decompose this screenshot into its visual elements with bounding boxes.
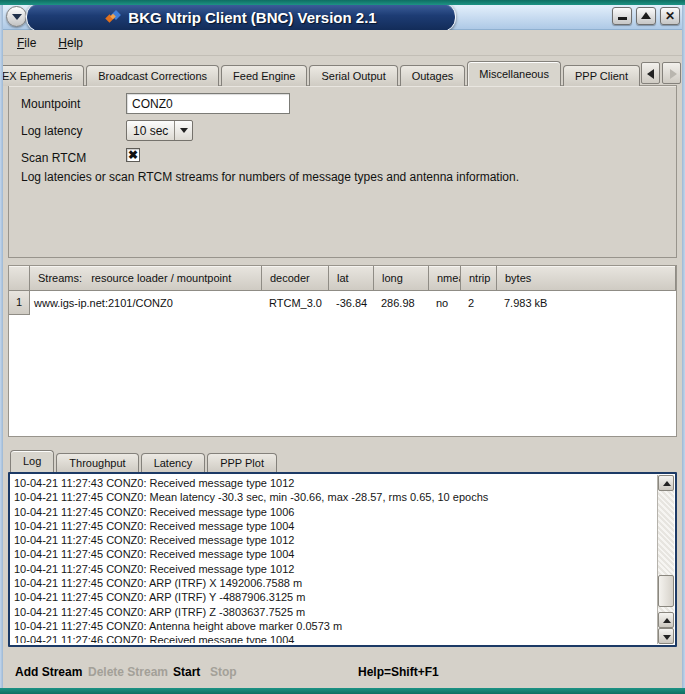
log-line: 10-04-21 11:27:45 CONZ0: Received messag… <box>14 562 655 576</box>
arrow-left-icon <box>647 69 654 79</box>
cell-mountpoint: www.igs-ip.net:2101/CONZ0 <box>30 291 262 315</box>
log-line: 10-04-21 11:27:43 CONZ0: Received messag… <box>14 476 655 490</box>
header-decoder[interactable]: decoder <box>262 266 329 291</box>
tab-scroll-left-button[interactable] <box>641 62 660 84</box>
app-icon <box>105 9 121 25</box>
mountpoint-input[interactable] <box>126 93 290 114</box>
log-tab-bar: Log Throughput Latency PPP Plot <box>10 450 279 472</box>
log-line: 10-04-21 11:27:45 CONZ0: Received messag… <box>14 533 655 547</box>
log-line: 10-04-21 11:27:45 CONZ0: Received messag… <box>14 519 655 533</box>
start-button[interactable]: Start <box>173 665 200 679</box>
scan-rtcm-label: Scan RTCM <box>21 151 86 165</box>
window-title: BKG Ntrip Client (BNC) Version 2.1 <box>128 9 376 26</box>
scroll-down-button[interactable] <box>658 628 674 644</box>
streams-table-header: Streams: resource loader / mountpoint de… <box>9 266 676 291</box>
log-line: 10-04-21 11:27:45 CONZ0: ARP (ITRF) Y -4… <box>14 590 655 604</box>
maximize-icon <box>641 12 651 19</box>
log-latency-select[interactable]: 10 sec <box>126 120 193 141</box>
tab-serial-output[interactable]: Serial Output <box>309 65 397 86</box>
log-output[interactable]: 10-04-21 11:27:43 CONZ0: Received messag… <box>8 472 677 647</box>
chevron-down-icon <box>180 128 188 133</box>
tab-scroll-right-button[interactable] <box>662 62 681 84</box>
cell-bytes: 7.983 kB <box>497 291 676 315</box>
log-latency-label: Log latency <box>21 124 82 138</box>
tab-ppp-plot[interactable]: PPP Plot <box>207 453 277 472</box>
close-icon: ✕ <box>661 9 679 24</box>
corner-header-cell <box>9 266 30 291</box>
scroll-up-button[interactable] <box>658 475 674 491</box>
vertical-scrollbar[interactable] <box>657 475 674 644</box>
titlebar[interactable]: BKG Ntrip Client (BNC) Version 2.1 ✕ <box>0 5 685 30</box>
tab-broadcast-corrections[interactable]: Broadcast Corrections <box>86 65 219 86</box>
log-line: 10-04-21 11:27:45 CONZ0: Antenna height … <box>14 619 655 633</box>
header-nmea[interactable]: nmea <box>429 266 461 291</box>
arrow-up-icon <box>663 481 671 486</box>
cell-nmea: no <box>429 291 461 315</box>
scroll-up-button-bottom[interactable] <box>658 612 674 628</box>
checkmark-icon: ✖ <box>128 148 138 162</box>
tab-feed-engine[interactable]: Feed Engine <box>221 65 307 86</box>
log-lines: 10-04-21 11:27:43 CONZ0: Received messag… <box>14 476 655 643</box>
mountpoint-label: Mountpoint <box>21 97 80 111</box>
minimize-button[interactable] <box>612 7 632 25</box>
main-tab-bar: NEX Ephemeris Broadcast Corrections Feed… <box>0 61 640 86</box>
add-stream-button[interactable]: Add Stream <box>15 665 82 679</box>
header-ntrip[interactable]: ntrip <box>461 266 497 291</box>
log-line: 10-04-21 11:27:46 CONZ0: Received messag… <box>14 633 655 643</box>
header-long[interactable]: long <box>374 266 429 291</box>
maximize-button[interactable] <box>636 7 656 25</box>
action-bar: Add Stream Delete Stream Start Stop Help… <box>0 660 685 686</box>
cell-decoder: RTCM_3.0 <box>262 291 329 315</box>
streams-table: Streams: resource loader / mountpoint de… <box>8 265 677 437</box>
scan-rtcm-checkbox[interactable]: ✖ <box>126 148 140 162</box>
log-line: 10-04-21 11:27:45 CONZ0: Received messag… <box>14 505 655 519</box>
bnc-window: BKG Ntrip Client (BNC) Version 2.1 ✕ Fil… <box>0 0 685 694</box>
window-controls: ✕ <box>612 7 680 25</box>
scrollbar-thumb[interactable] <box>658 575 674 607</box>
header-lat[interactable]: lat <box>329 266 374 291</box>
window-frame-left <box>0 5 3 688</box>
arrow-up-icon <box>663 618 671 623</box>
title-capsule: BKG Ntrip Client (BNC) Version 2.1 <box>26 2 456 32</box>
row-number: 1 <box>9 291 30 315</box>
stop-button: Stop <box>210 665 237 679</box>
window-frame-top <box>0 0 685 5</box>
chevron-down-icon <box>12 14 22 20</box>
header-mountpoint[interactable]: Streams: resource loader / mountpoint <box>30 266 262 291</box>
panel-description: Log latencies or scan RTCM streams for n… <box>21 170 662 184</box>
log-line: 10-04-21 11:27:45 CONZ0: ARP (ITRF) Z -3… <box>14 605 655 619</box>
tab-miscellaneous[interactable]: Miscellaneous <box>467 61 561 86</box>
cell-lat: -36.84 <box>329 291 374 315</box>
cell-long: 286.98 <box>374 291 429 315</box>
tab-throughput[interactable]: Throughput <box>56 453 138 472</box>
log-line: 10-04-21 11:27:45 CONZ0: Received messag… <box>14 547 655 561</box>
log-line: 10-04-21 11:27:45 CONZ0: Mean latency -3… <box>14 490 655 504</box>
menu-help[interactable]: Help <box>50 32 91 54</box>
minimize-icon <box>618 17 627 20</box>
close-button[interactable]: ✕ <box>660 7 680 25</box>
delete-stream-button: Delete Stream <box>88 665 168 679</box>
cell-ntrip: 2 <box>461 291 497 315</box>
combo-arrow-button <box>174 121 192 140</box>
window-frame-bottom <box>0 688 685 694</box>
menubar: File Help <box>3 30 682 56</box>
window-menu-button[interactable] <box>6 6 27 27</box>
arrow-down-icon <box>663 635 671 640</box>
miscellaneous-panel: Mountpoint Log latency 10 sec Scan RTCM … <box>8 85 677 258</box>
header-bytes[interactable]: bytes <box>497 266 676 291</box>
tab-outages[interactable]: Outages <box>400 65 466 86</box>
arrow-right-icon <box>670 69 677 79</box>
tab-scroll-buttons <box>641 62 681 84</box>
log-line: 10-04-21 11:27:45 CONZ0: ARP (ITRF) X 14… <box>14 576 655 590</box>
help-shortcut-label: Help=Shift+F1 <box>358 665 439 679</box>
tab-rinex-ephemeris[interactable]: NEX Ephemeris <box>0 65 84 86</box>
menu-file[interactable]: File <box>9 32 44 54</box>
tab-ppp-client[interactable]: PPP Client <box>563 65 640 86</box>
table-row[interactable]: 1 www.igs-ip.net:2101/CONZ0 RTCM_3.0 -36… <box>9 291 676 315</box>
tab-latency[interactable]: Latency <box>141 453 206 472</box>
log-latency-value: 10 sec <box>127 124 174 138</box>
tab-log[interactable]: Log <box>10 450 54 472</box>
